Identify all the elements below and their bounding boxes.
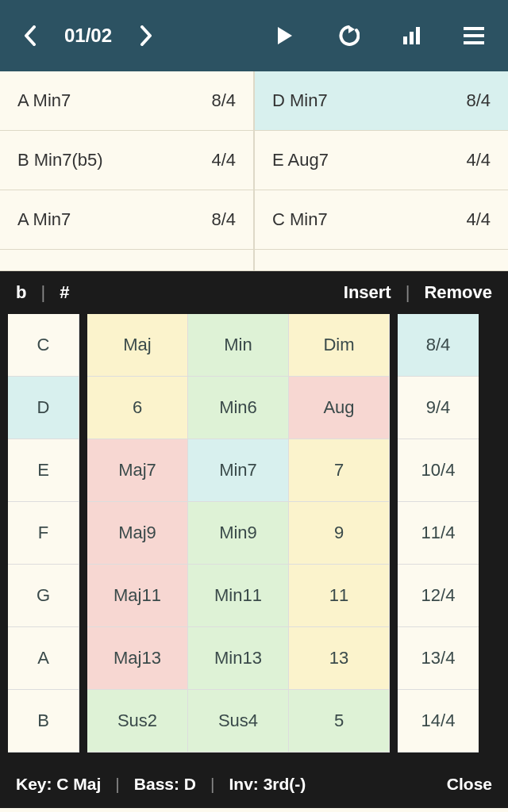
gap bbox=[390, 690, 398, 753]
editor-panel: b | # Insert | Remove CMajMinDim8/4D6Min… bbox=[0, 271, 508, 808]
rewind-button[interactable] bbox=[337, 25, 360, 46]
top-bar-left: 01/02 bbox=[24, 25, 152, 47]
gap bbox=[79, 690, 87, 753]
quality-cell[interactable]: Min9 bbox=[188, 502, 289, 565]
prev-page-button[interactable] bbox=[24, 25, 37, 46]
chord-cell-empty[interactable] bbox=[255, 250, 508, 270]
insert-button[interactable]: Insert bbox=[344, 282, 391, 303]
chord-row: B Min7(b5)4/4E Aug74/4 bbox=[0, 131, 508, 190]
chord-name: D Min7 bbox=[272, 90, 328, 111]
quality-cell[interactable]: 5 bbox=[289, 690, 390, 753]
timesig-cell[interactable]: 8/4 bbox=[398, 314, 479, 377]
top-bar-right bbox=[276, 25, 484, 46]
gap bbox=[390, 439, 398, 502]
picker-row: BSus2Sus4514/4 bbox=[8, 690, 500, 753]
quality-cell[interactable]: Maj bbox=[87, 314, 188, 377]
chord-cell[interactable]: E Aug74/4 bbox=[255, 131, 508, 190]
timesig-cell[interactable]: 14/4 bbox=[398, 690, 479, 753]
timesig-cell[interactable]: 9/4 bbox=[398, 377, 479, 439]
quality-cell[interactable]: 13 bbox=[289, 627, 390, 690]
page-indicator: 01/02 bbox=[64, 25, 112, 47]
quality-cell[interactable]: Min13 bbox=[188, 627, 289, 690]
bass-button[interactable]: Bass: D bbox=[134, 775, 196, 794]
note-cell[interactable]: E bbox=[8, 439, 79, 502]
picker-row: CMajMinDim8/4 bbox=[8, 314, 500, 377]
chord-name: E Aug7 bbox=[272, 150, 329, 170]
note-cell[interactable]: A bbox=[8, 627, 79, 690]
chord-cell[interactable]: D Min78/4 bbox=[255, 71, 508, 130]
chord-cell[interactable]: A Min78/4 bbox=[0, 71, 255, 130]
editor-top-bar: b | # Insert | Remove bbox=[0, 271, 508, 314]
quality-cell[interactable]: Maj11 bbox=[87, 565, 188, 627]
timesig-cell[interactable]: 10/4 bbox=[398, 439, 479, 502]
gap bbox=[390, 377, 398, 439]
close-button[interactable]: Close bbox=[447, 775, 492, 794]
quality-cell[interactable]: Min bbox=[188, 314, 289, 377]
next-page-button[interactable] bbox=[140, 25, 152, 46]
levels-button[interactable] bbox=[403, 27, 420, 44]
quality-cell[interactable]: Min6 bbox=[188, 377, 289, 439]
top-bar: 01/02 bbox=[0, 0, 508, 71]
quality-cell[interactable]: Maj7 bbox=[87, 439, 188, 502]
chord-cell[interactable]: A Min78/4 bbox=[0, 190, 255, 249]
gap bbox=[390, 502, 398, 565]
note-cell[interactable]: B bbox=[8, 690, 79, 753]
quality-cell[interactable]: 11 bbox=[289, 565, 390, 627]
timesig-cell[interactable]: 11/4 bbox=[398, 502, 479, 565]
quality-cell[interactable]: Maj9 bbox=[87, 502, 188, 565]
quality-cell[interactable]: Dim bbox=[289, 314, 390, 377]
gap bbox=[79, 565, 87, 627]
bars-icon bbox=[403, 27, 420, 44]
picker-row: FMaj9Min9911/4 bbox=[8, 502, 500, 565]
gap bbox=[390, 565, 398, 627]
picker-row: GMaj11Min111112/4 bbox=[8, 565, 500, 627]
gap bbox=[79, 439, 87, 502]
quality-cell[interactable]: 7 bbox=[289, 439, 390, 502]
play-button[interactable] bbox=[276, 25, 294, 46]
separator: | bbox=[406, 282, 410, 303]
chord-time: 8/4 bbox=[211, 209, 236, 230]
editor-bottom-bar: Key: C Maj | Bass: D | Inv: 3rd(-) Close bbox=[0, 760, 508, 808]
menu-icon bbox=[464, 27, 484, 44]
note-cell[interactable]: F bbox=[8, 502, 79, 565]
quality-cell[interactable]: 6 bbox=[87, 377, 188, 439]
remove-button[interactable]: Remove bbox=[424, 282, 492, 303]
quality-cell[interactable]: Aug bbox=[289, 377, 390, 439]
chord-time: 8/4 bbox=[211, 90, 236, 111]
chord-row: A Min78/4D Min78/4 bbox=[0, 71, 508, 131]
gap bbox=[79, 627, 87, 690]
note-cell[interactable]: G bbox=[8, 565, 79, 627]
sharp-button[interactable]: # bbox=[60, 282, 69, 303]
note-cell[interactable]: C bbox=[8, 314, 79, 377]
gap bbox=[79, 502, 87, 565]
chord-time: 4/4 bbox=[211, 150, 236, 170]
flat-button[interactable]: b bbox=[16, 282, 26, 303]
gap bbox=[390, 314, 398, 377]
quality-cell[interactable]: Maj13 bbox=[87, 627, 188, 690]
quality-cell[interactable]: Min11 bbox=[188, 565, 289, 627]
picker-row: EMaj7Min7710/4 bbox=[8, 439, 500, 502]
chord-name: A Min7 bbox=[17, 90, 71, 111]
chord-cell[interactable]: B Min7(b5)4/4 bbox=[0, 131, 255, 190]
chord-time: 8/4 bbox=[466, 90, 491, 111]
quality-cell[interactable]: Sus4 bbox=[188, 690, 289, 753]
picker-row: D6Min6Aug9/4 bbox=[8, 377, 500, 439]
key-button[interactable]: Key: C Maj bbox=[16, 775, 101, 794]
quality-cell[interactable]: Min7 bbox=[188, 439, 289, 502]
chord-cell-empty[interactable] bbox=[0, 250, 255, 270]
menu-button[interactable] bbox=[464, 27, 484, 44]
note-cell[interactable]: D bbox=[8, 377, 79, 439]
chord-name: A Min7 bbox=[17, 209, 71, 230]
timesig-cell[interactable]: 13/4 bbox=[398, 627, 479, 690]
timesig-cell[interactable]: 12/4 bbox=[398, 565, 479, 627]
quality-cell[interactable]: Sus2 bbox=[87, 690, 188, 753]
separator: | bbox=[115, 775, 119, 794]
chord-cell[interactable]: C Min74/4 bbox=[255, 190, 508, 249]
picker-grid: CMajMinDim8/4D6Min6Aug9/4EMaj7Min7710/4F… bbox=[0, 314, 508, 760]
quality-cell[interactable]: 9 bbox=[289, 502, 390, 565]
picker-row: AMaj13Min131313/4 bbox=[8, 627, 500, 690]
chord-row: A Min78/4C Min74/4 bbox=[0, 190, 508, 250]
inversion-button[interactable]: Inv: 3rd(-) bbox=[229, 775, 306, 794]
gap bbox=[79, 377, 87, 439]
chord-row bbox=[0, 250, 508, 271]
